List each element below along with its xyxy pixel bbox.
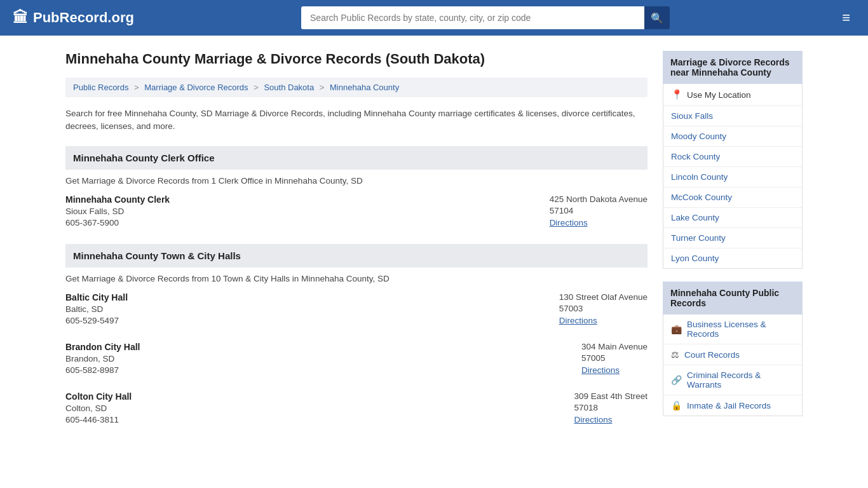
page-title: Minnehaha County Marriage & Divorce Reco… bbox=[65, 51, 648, 67]
record-right-brandon: 304 Main Avenue 57005 Directions bbox=[581, 342, 648, 375]
sidebar-item-use-location[interactable]: 📍 Use My Location bbox=[663, 84, 802, 106]
lincoln-county-link[interactable]: Lincoln County bbox=[671, 172, 728, 182]
directions-link[interactable]: Directions bbox=[581, 365, 620, 375]
record-right-baltic: 130 Street Olaf Avenue 57003 Directions bbox=[559, 292, 648, 325]
use-my-location-label: Use My Location bbox=[687, 90, 751, 100]
record-address: 304 Main Avenue bbox=[581, 342, 648, 351]
content-area: Minnehaha County Marriage & Divorce Reco… bbox=[65, 51, 648, 441]
breadcrumb-sep-1: > bbox=[134, 83, 141, 92]
sidebar-nearby-box: Marriage & Divorce Records near Minnehah… bbox=[663, 51, 803, 269]
section-header-cityhalls: Minnehaha County Town & City Halls bbox=[65, 244, 648, 268]
sidebar-item-sioux-falls[interactable]: Sioux Falls bbox=[663, 106, 802, 126]
mccook-county-link[interactable]: McCook County bbox=[671, 193, 732, 202]
record-address: 309 East 4th Street bbox=[574, 391, 648, 401]
record-city-state: Colton, SD bbox=[65, 403, 132, 413]
table-row: Colton City Hall Colton, SD 605-446-3811… bbox=[65, 391, 648, 427]
search-button[interactable]: 🔍 bbox=[644, 6, 670, 29]
sidebar-item-business-licenses[interactable]: 💼 Business Licenses & Records bbox=[663, 315, 802, 344]
directions-link[interactable]: Directions bbox=[550, 218, 588, 227]
sidebar-item-court-records[interactable]: ⚖ Court Records bbox=[663, 344, 802, 365]
record-phone: 605-367-5900 bbox=[65, 218, 170, 227]
breadcrumb-public-records[interactable]: Public Records bbox=[73, 83, 128, 92]
record-phone: 605-529-5497 bbox=[65, 316, 128, 325]
record-zip: 57005 bbox=[581, 353, 648, 363]
record-phone: 605-446-3811 bbox=[65, 415, 132, 424]
record-city-state: Brandon, SD bbox=[65, 354, 140, 363]
rock-county-link[interactable]: Rock County bbox=[671, 152, 720, 161]
breadcrumb-south-dakota[interactable]: South Dakota bbox=[264, 83, 314, 92]
sidebar-item-inmate-records[interactable]: 🔒 Inmate & Jail Records bbox=[663, 395, 802, 416]
lake-county-link[interactable]: Lake County bbox=[671, 213, 719, 222]
sidebar-item-moody[interactable]: Moody County bbox=[663, 126, 802, 147]
record-city-state: Baltic, SD bbox=[65, 304, 128, 314]
court-records-link[interactable]: Court Records bbox=[684, 350, 740, 360]
search-icon: 🔍 bbox=[651, 12, 663, 24]
criminal-records-link[interactable]: Criminal Records & Warrants bbox=[687, 370, 794, 390]
record-city-state: Sioux Falls, SD bbox=[65, 207, 170, 216]
sidebar-item-turner[interactable]: Turner County bbox=[663, 228, 802, 248]
menu-button[interactable]: ≡ bbox=[837, 8, 855, 27]
sioux-falls-link[interactable]: Sioux Falls bbox=[671, 111, 713, 121]
lock-icon: 🔒 bbox=[671, 400, 682, 410]
location-icon: 📍 bbox=[671, 89, 683, 100]
cityhalls-subdesc: Get Marriage & Divorce Records from 10 T… bbox=[65, 274, 648, 283]
breadcrumb: Public Records > Marriage & Divorce Reco… bbox=[65, 78, 648, 97]
record-left-baltic: Baltic City Hall Baltic, SD 605-529-5497 bbox=[65, 292, 128, 325]
directions-link[interactable]: Directions bbox=[559, 316, 597, 325]
record-name: Brandon City Hall bbox=[65, 342, 140, 352]
sidebar-pubrecords-box: Minnehaha County Public Records 💼 Busine… bbox=[663, 281, 803, 416]
site-logo[interactable]: 🏛 PubRecord.org bbox=[13, 9, 134, 27]
table-row: Baltic City Hall Baltic, SD 605-529-5497… bbox=[65, 292, 648, 328]
site-header: 🏛 PubRecord.org 🔍 ≡ bbox=[0, 0, 868, 36]
record-right-colton: 309 East 4th Street 57018 Directions bbox=[574, 391, 648, 424]
inmate-records-link[interactable]: Inmate & Jail Records bbox=[687, 401, 771, 410]
record-name: Minnehaha County Clerk bbox=[65, 194, 170, 205]
business-licenses-link[interactable]: Business Licenses & Records bbox=[687, 320, 794, 339]
section-header-clerk: Minnehaha County Clerk Office bbox=[65, 146, 648, 170]
record-zip: 57003 bbox=[559, 304, 648, 313]
main-container: Minnehaha County Marriage & Divorce Reco… bbox=[53, 36, 815, 456]
sidebar-item-rock[interactable]: Rock County bbox=[663, 147, 802, 167]
scale-icon: ⚖ bbox=[671, 349, 679, 360]
breadcrumb-marriage-divorce[interactable]: Marriage & Divorce Records bbox=[144, 83, 248, 92]
search-input[interactable] bbox=[301, 6, 644, 29]
sidebar-item-lincoln[interactable]: Lincoln County bbox=[663, 167, 802, 187]
record-left-clerk: Minnehaha County Clerk Sioux Falls, SD 6… bbox=[65, 194, 170, 227]
record-address: 130 Street Olaf Avenue bbox=[559, 292, 648, 302]
page-description: Search for free Minnehaha County, SD Mar… bbox=[65, 107, 648, 133]
turner-county-link[interactable]: Turner County bbox=[671, 233, 726, 243]
moody-county-link[interactable]: Moody County bbox=[671, 132, 726, 141]
sidebar-nearby-list: 📍 Use My Location Sioux Falls Moody Coun… bbox=[663, 84, 803, 269]
sidebar-pubrecords-title: Minnehaha County Public Records bbox=[663, 281, 803, 315]
record-left-colton: Colton City Hall Colton, SD 605-446-3811 bbox=[65, 391, 132, 424]
directions-link[interactable]: Directions bbox=[574, 415, 612, 424]
record-right-clerk: 425 North Dakota Avenue 57104 Directions bbox=[550, 194, 648, 227]
record-name: Baltic City Hall bbox=[65, 292, 128, 302]
search-bar: 🔍 bbox=[301, 6, 670, 29]
sidebar-nearby-title: Marriage & Divorce Records near Minnehah… bbox=[663, 51, 803, 84]
breadcrumb-minnehaha[interactable]: Minnehaha County bbox=[330, 83, 399, 92]
record-zip: 57018 bbox=[574, 403, 648, 412]
link-icon: 🔗 bbox=[671, 375, 682, 385]
record-zip: 57104 bbox=[550, 206, 648, 215]
clerk-subdesc: Get Marriage & Divorce Records from 1 Cl… bbox=[65, 176, 648, 186]
sidebar: Marriage & Divorce Records near Minnehah… bbox=[663, 51, 803, 441]
sidebar-item-criminal-records[interactable]: 🔗 Criminal Records & Warrants bbox=[663, 365, 802, 395]
record-name: Colton City Hall bbox=[65, 391, 132, 402]
table-row: Minnehaha County Clerk Sioux Falls, SD 6… bbox=[65, 194, 648, 230]
logo-text: PubRecord.org bbox=[33, 10, 134, 26]
sidebar-pubrecords-list: 💼 Business Licenses & Records ⚖ Court Re… bbox=[663, 315, 803, 416]
hamburger-icon: ≡ bbox=[842, 10, 850, 25]
briefcase-icon: 💼 bbox=[671, 324, 682, 334]
breadcrumb-sep-2: > bbox=[254, 83, 261, 92]
lyon-county-link[interactable]: Lyon County bbox=[671, 254, 719, 263]
record-phone: 605-582-8987 bbox=[65, 365, 140, 375]
breadcrumb-sep-3: > bbox=[320, 83, 327, 92]
sidebar-item-lake[interactable]: Lake County bbox=[663, 208, 802, 228]
table-row: Brandon City Hall Brandon, SD 605-582-89… bbox=[65, 342, 648, 377]
record-left-brandon: Brandon City Hall Brandon, SD 605-582-89… bbox=[65, 342, 140, 375]
record-address: 425 North Dakota Avenue bbox=[550, 194, 648, 204]
sidebar-item-mccook[interactable]: McCook County bbox=[663, 187, 802, 208]
sidebar-item-lyon[interactable]: Lyon County bbox=[663, 248, 802, 268]
logo-icon: 🏛 bbox=[13, 9, 28, 27]
